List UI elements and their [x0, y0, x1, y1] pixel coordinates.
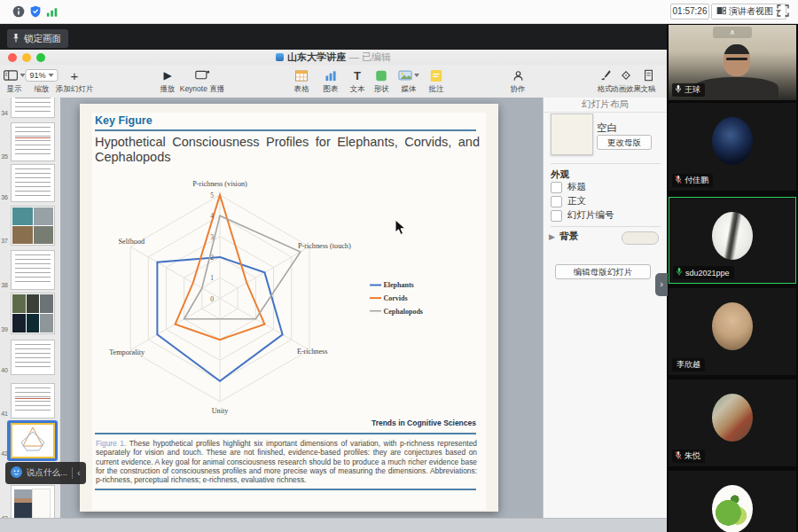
radar-tick-label: 5: [210, 192, 214, 200]
shield-icon[interactable]: [29, 5, 42, 18]
sidebar-collapse-tab[interactable]: ›: [655, 273, 668, 296]
thumbnail-photo: [34, 207, 54, 225]
toolbar-animate[interactable]: 动画效果: [611, 67, 641, 95]
slide-number: 34: [0, 110, 8, 116]
background-row[interactable]: ▶ 背景: [549, 231, 578, 243]
shared-desktop-strip: [0, 23, 667, 50]
chevron-down-icon: [49, 74, 54, 77]
participant-tile-付佳鹏[interactable]: 付佳鹏: [669, 103, 796, 191]
change-master-button[interactable]: 更改母版: [597, 135, 652, 150]
slide-thumbnail-35[interactable]: [11, 122, 55, 161]
thumbnail-book-cover: [32, 489, 51, 518]
meeting-topbar: 01:57:26 演讲者视图: [0, 0, 798, 24]
emoji-icon[interactable]: [11, 466, 22, 481]
slide-thumbnail-43[interactable]: [11, 485, 55, 518]
toolbar-table[interactable]: 表格: [294, 67, 309, 95]
participant-tile-sdu2021ppe[interactable]: sdu2021ppe: [669, 197, 796, 284]
thumbnail-content: [12, 425, 53, 457]
slide-thumbnail-39[interactable]: [11, 293, 55, 334]
slide-thumbnail-37[interactable]: [11, 206, 55, 246]
keynote-live-icon: [180, 67, 225, 83]
chevron-left-icon[interactable]: ‹: [77, 468, 81, 478]
plus-icon: +: [56, 67, 94, 83]
slide-number: 39: [0, 326, 8, 332]
animate-icon: [611, 67, 641, 83]
edited-badge: — 已编辑: [349, 51, 391, 64]
mic-muted-icon: [675, 175, 682, 186]
toolbar-chart[interactable]: 图表: [324, 67, 339, 95]
slide-number: 35: [0, 153, 8, 160]
participant-tile-朱悦[interactable]: 朱悦: [669, 379, 796, 466]
chat-placeholder[interactable]: 说点什么...: [27, 467, 67, 479]
slide-thumbnail-41[interactable]: [11, 383, 55, 419]
journal-name: Trends in Cognitive Sciences: [372, 419, 476, 427]
slide-navigator: 34353637383940414243: [0, 98, 61, 518]
edit-master-button[interactable]: 编辑母版幻灯片: [555, 264, 651, 279]
toolbar-view[interactable]: 显示: [4, 67, 26, 95]
zoom-level[interactable]: 91%: [25, 69, 58, 82]
toolbar-collaborate[interactable]: 协作: [511, 67, 526, 95]
option-slide-number[interactable]: 幻灯片编号: [551, 209, 614, 222]
document-title: 山东大学讲座: [287, 51, 346, 64]
checkbox[interactable]: [551, 182, 562, 193]
toolbar-text[interactable]: T 文本: [350, 67, 365, 95]
slide-thumbnail-40[interactable]: [11, 340, 55, 375]
radar-axis-label: Temporality: [109, 348, 145, 356]
table-icon: [294, 67, 309, 83]
background-color-well[interactable]: [622, 231, 659, 245]
toolbar-document[interactable]: 文稿: [641, 67, 656, 95]
avatar: [712, 302, 753, 350]
slide-thumbnail-42[interactable]: [11, 423, 55, 458]
slide-thumbnail-36[interactable]: [11, 164, 55, 202]
slide-thumbnail-38[interactable]: [11, 250, 55, 290]
disclosure-icon[interactable]: ▶: [549, 232, 555, 241]
scroll-up-button[interactable]: ∧: [713, 27, 752, 38]
signal-icon[interactable]: [46, 5, 59, 18]
speaker-view-button[interactable]: 演讲者视图: [711, 4, 786, 20]
radar-axis-label: P-richness (touch): [298, 242, 351, 250]
master-slide-thumbnail[interactable]: [551, 113, 593, 155]
pin-screen-button[interactable]: 锁定画面: [7, 29, 68, 48]
chat-quick-input[interactable]: 说点什么... ‹: [5, 462, 86, 484]
radar-axis-label: P-richness (vision): [192, 180, 247, 188]
toolbar-keynote-live[interactable]: Keynote 直播: [180, 67, 225, 95]
divider: [72, 467, 73, 479]
participant-name-tag: 李欣越: [672, 358, 705, 372]
fullscreen-icon[interactable]: [777, 4, 790, 18]
speaker-view-label: 演讲者视图: [729, 5, 773, 18]
toolbar-zoom[interactable]: 91% 缩放: [25, 67, 58, 95]
play-icon: ▶: [160, 67, 176, 83]
toolbar-format[interactable]: 格式: [598, 67, 613, 95]
toolbar-media[interactable]: 媒体: [398, 67, 419, 95]
participant-name-tag: 朱悦: [672, 450, 705, 463]
thumbnail-photo: [12, 207, 33, 225]
figure-caption-text: These hypothetical profiles highlight si…: [96, 439, 477, 484]
toolbar-add-slide[interactable]: + 添加幻灯片: [56, 67, 94, 95]
thumbnail-content: [15, 127, 51, 157]
participant-tile-李欣越[interactable]: 李欣越: [669, 288, 796, 375]
thumbnail-content: [15, 98, 51, 113]
media-icon: [398, 67, 419, 83]
toolbar-play[interactable]: ▶ 播放: [160, 67, 176, 95]
checkbox[interactable]: [551, 210, 562, 222]
meeting-app: 01:57:26 演讲者视图 锁定画面 山东大学讲座 — 已编辑: [0, 0, 798, 532]
avatar: [712, 394, 753, 442]
participant-tile-王球[interactable]: 王球∧: [669, 25, 796, 100]
info-icon[interactable]: [12, 5, 25, 18]
option-body[interactable]: 正文: [551, 195, 586, 207]
slide-number: 38: [0, 282, 8, 288]
toolbar-shape[interactable]: 形状: [374, 67, 389, 95]
keynote-bottom-bar: [0, 518, 667, 532]
thumbnail-photo: [12, 294, 26, 313]
avatar: [712, 212, 753, 260]
format-brush-icon: [598, 67, 613, 83]
text-icon: T: [350, 67, 365, 83]
option-title[interactable]: 标题: [551, 181, 586, 193]
radar-axis-label: Unity: [212, 407, 230, 415]
meeting-timer: 01:57:26: [670, 4, 709, 20]
checkbox[interactable]: [551, 196, 562, 207]
thumbnail-photo: [12, 226, 33, 244]
toolbar-comment[interactable]: 批注: [429, 67, 444, 95]
slide-thumbnail-34[interactable]: [11, 98, 55, 118]
participant-tile-more[interactable]: ∨: [669, 471, 796, 532]
